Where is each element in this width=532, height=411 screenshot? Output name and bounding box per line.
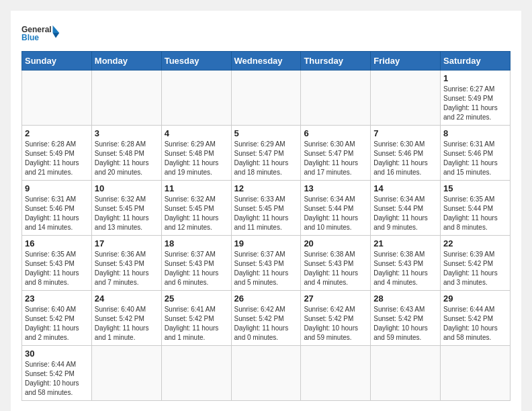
day-number: 11 <box>165 183 228 193</box>
header-monday: Monday <box>91 52 161 71</box>
day-info: Sunrise: 6:32 AM Sunset: 5:45 PM Dayligh… <box>95 195 159 232</box>
day-number: 13 <box>304 183 367 193</box>
day-info: Sunrise: 6:31 AM Sunset: 5:46 PM Dayligh… <box>443 140 507 177</box>
calendar-cell: 10Sunrise: 6:32 AM Sunset: 5:45 PM Dayli… <box>91 181 161 236</box>
logo: General Blue <box>21 21 62 43</box>
day-info: Sunrise: 6:31 AM Sunset: 5:46 PM Dayligh… <box>25 195 89 232</box>
day-info: Sunrise: 6:38 AM Sunset: 5:43 PM Dayligh… <box>304 250 367 287</box>
calendar-cell: 28Sunrise: 6:43 AM Sunset: 5:42 PM Dayli… <box>371 291 441 346</box>
calendar-cell: 22Sunrise: 6:39 AM Sunset: 5:42 PM Dayli… <box>441 236 511 291</box>
calendar-cell: 25Sunrise: 6:41 AM Sunset: 5:42 PM Dayli… <box>161 291 231 346</box>
calendar-cell: 3Sunrise: 6:28 AM Sunset: 5:48 PM Daylig… <box>91 126 161 181</box>
calendar-week-row: 1Sunrise: 6:27 AM Sunset: 5:49 PM Daylig… <box>22 71 511 126</box>
header-friday: Friday <box>371 52 441 71</box>
day-number: 16 <box>25 238 89 248</box>
svg-text:Blue: Blue <box>21 33 39 42</box>
day-info: Sunrise: 6:40 AM Sunset: 5:42 PM Dayligh… <box>95 305 159 342</box>
day-number: 7 <box>373 128 437 138</box>
day-info: Sunrise: 6:44 AM Sunset: 5:42 PM Dayligh… <box>25 360 89 398</box>
day-info: Sunrise: 6:28 AM Sunset: 5:49 PM Dayligh… <box>25 140 89 177</box>
day-info: Sunrise: 6:30 AM Sunset: 5:47 PM Dayligh… <box>304 140 367 177</box>
day-number: 28 <box>373 293 437 304</box>
day-info: Sunrise: 6:38 AM Sunset: 5:43 PM Dayligh… <box>373 250 437 287</box>
day-number: 1 <box>443 73 507 83</box>
day-info: Sunrise: 6:29 AM Sunset: 5:47 PM Dayligh… <box>234 140 298 177</box>
calendar-cell <box>231 346 301 401</box>
day-info: Sunrise: 6:34 AM Sunset: 5:44 PM Dayligh… <box>373 195 437 232</box>
calendar-cell: 16Sunrise: 6:35 AM Sunset: 5:43 PM Dayli… <box>22 236 92 291</box>
day-info: Sunrise: 6:32 AM Sunset: 5:45 PM Dayligh… <box>165 195 228 232</box>
day-number: 8 <box>443 128 507 138</box>
day-number: 9 <box>25 183 89 193</box>
day-info: Sunrise: 6:36 AM Sunset: 5:43 PM Dayligh… <box>95 250 159 287</box>
day-number: 10 <box>95 183 159 193</box>
header-tuesday: Tuesday <box>161 52 231 71</box>
calendar-cell: 26Sunrise: 6:42 AM Sunset: 5:42 PM Dayli… <box>231 291 301 346</box>
day-number: 29 <box>443 293 507 304</box>
calendar-cell: 14Sunrise: 6:34 AM Sunset: 5:44 PM Dayli… <box>371 181 441 236</box>
calendar-cell: 12Sunrise: 6:33 AM Sunset: 5:45 PM Dayli… <box>231 181 301 236</box>
calendar-cell <box>371 346 441 401</box>
day-number: 18 <box>165 238 228 248</box>
calendar-cell <box>371 71 441 126</box>
day-number: 23 <box>25 293 89 304</box>
day-number: 17 <box>95 238 159 248</box>
logo-svg: General Blue <box>21 23 62 43</box>
calendar-week-row: 23Sunrise: 6:40 AM Sunset: 5:42 PM Dayli… <box>22 291 511 346</box>
day-info: Sunrise: 6:39 AM Sunset: 5:42 PM Dayligh… <box>443 250 507 287</box>
calendar-cell: 4Sunrise: 6:29 AM Sunset: 5:48 PM Daylig… <box>161 126 231 181</box>
header: General Blue <box>21 21 511 43</box>
calendar-cell <box>231 71 301 126</box>
day-number: 25 <box>165 293 228 304</box>
calendar-cell <box>91 71 161 126</box>
calendar-cell <box>161 71 231 126</box>
calendar-cell: 2Sunrise: 6:28 AM Sunset: 5:49 PM Daylig… <box>22 126 92 181</box>
calendar-cell: 6Sunrise: 6:30 AM Sunset: 5:47 PM Daylig… <box>301 126 371 181</box>
calendar-cell: 15Sunrise: 6:35 AM Sunset: 5:44 PM Dayli… <box>441 181 511 236</box>
day-number: 5 <box>234 128 298 138</box>
calendar-cell <box>22 71 92 126</box>
calendar-week-row: 2Sunrise: 6:28 AM Sunset: 5:49 PM Daylig… <box>22 126 511 181</box>
day-info: Sunrise: 6:35 AM Sunset: 5:44 PM Dayligh… <box>443 195 507 232</box>
day-info: Sunrise: 6:37 AM Sunset: 5:43 PM Dayligh… <box>234 250 298 287</box>
day-number: 6 <box>304 128 367 138</box>
calendar-table: Sunday Monday Tuesday Wednesday Thursday… <box>21 51 511 401</box>
calendar-cell: 20Sunrise: 6:38 AM Sunset: 5:43 PM Dayli… <box>301 236 371 291</box>
day-info: Sunrise: 6:44 AM Sunset: 5:42 PM Dayligh… <box>443 305 507 342</box>
calendar-week-row: 30Sunrise: 6:44 AM Sunset: 5:42 PM Dayli… <box>22 346 511 401</box>
day-number: 4 <box>165 128 228 138</box>
calendar-cell <box>301 71 371 126</box>
calendar-cell: 24Sunrise: 6:40 AM Sunset: 5:42 PM Dayli… <box>91 291 161 346</box>
calendar-cell: 27Sunrise: 6:42 AM Sunset: 5:42 PM Dayli… <box>301 291 371 346</box>
calendar-cell <box>441 346 511 401</box>
day-info: Sunrise: 6:37 AM Sunset: 5:43 PM Dayligh… <box>165 250 228 287</box>
calendar-cell: 21Sunrise: 6:38 AM Sunset: 5:43 PM Dayli… <box>371 236 441 291</box>
day-number: 15 <box>443 183 507 193</box>
calendar-cell: 7Sunrise: 6:30 AM Sunset: 5:46 PM Daylig… <box>371 126 441 181</box>
day-number: 24 <box>95 293 159 304</box>
header-saturday: Saturday <box>441 52 511 71</box>
calendar-week-row: 16Sunrise: 6:35 AM Sunset: 5:43 PM Dayli… <box>22 236 511 291</box>
svg-marker-2 <box>53 26 60 33</box>
calendar-cell: 1Sunrise: 6:27 AM Sunset: 5:49 PM Daylig… <box>441 71 511 126</box>
day-info: Sunrise: 6:40 AM Sunset: 5:42 PM Dayligh… <box>25 305 89 342</box>
header-wednesday: Wednesday <box>231 52 301 71</box>
day-number: 26 <box>234 293 298 304</box>
day-number: 12 <box>234 183 298 193</box>
calendar-cell: 11Sunrise: 6:32 AM Sunset: 5:45 PM Dayli… <box>161 181 231 236</box>
calendar-cell <box>91 346 161 401</box>
day-number: 30 <box>25 349 89 359</box>
calendar-cell: 23Sunrise: 6:40 AM Sunset: 5:42 PM Dayli… <box>22 291 92 346</box>
day-info: Sunrise: 6:34 AM Sunset: 5:44 PM Dayligh… <box>304 195 367 232</box>
day-info: Sunrise: 6:27 AM Sunset: 5:49 PM Dayligh… <box>443 85 507 122</box>
day-info: Sunrise: 6:29 AM Sunset: 5:48 PM Dayligh… <box>165 140 228 177</box>
calendar-cell: 13Sunrise: 6:34 AM Sunset: 5:44 PM Dayli… <box>301 181 371 236</box>
day-info: Sunrise: 6:33 AM Sunset: 5:45 PM Dayligh… <box>234 195 298 232</box>
calendar-cell: 5Sunrise: 6:29 AM Sunset: 5:47 PM Daylig… <box>231 126 301 181</box>
day-number: 19 <box>234 238 298 248</box>
calendar-cell <box>161 346 231 401</box>
day-info: Sunrise: 6:42 AM Sunset: 5:42 PM Dayligh… <box>234 305 298 342</box>
day-number: 14 <box>373 183 437 193</box>
calendar-cell: 9Sunrise: 6:31 AM Sunset: 5:46 PM Daylig… <box>22 181 92 236</box>
day-info: Sunrise: 6:43 AM Sunset: 5:42 PM Dayligh… <box>373 305 437 342</box>
